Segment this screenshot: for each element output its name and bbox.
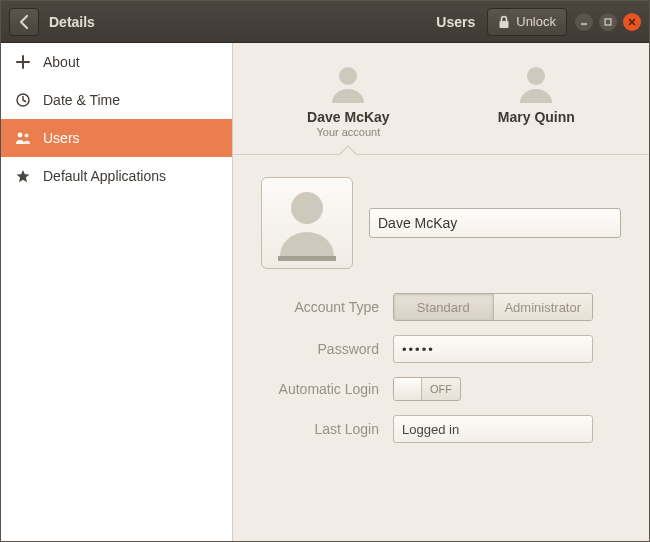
selected-pointer-icon [338, 145, 358, 155]
sidebar-item-label: Users [43, 130, 80, 146]
seg-administrator[interactable]: Administrator [493, 294, 593, 320]
titlebar: Details Users Unlock [1, 1, 649, 43]
switch-state: OFF [422, 378, 460, 400]
user-name-label: Mary Quinn [498, 109, 575, 125]
svg-rect-0 [500, 21, 509, 28]
avatar-icon [514, 61, 558, 105]
plus-icon [15, 55, 31, 69]
titlebar-section: Users [436, 14, 475, 30]
main-panel: Dave McKay Your account Mary Quinn [233, 43, 649, 541]
sidebar-item-default-apps[interactable]: Default Applications [1, 157, 232, 195]
sidebar-item-label: Default Applications [43, 168, 166, 184]
lock-icon [498, 15, 510, 29]
sidebar-item-users[interactable]: Users [1, 119, 232, 157]
maximize-button[interactable] [599, 13, 617, 31]
sidebar-item-label: About [43, 54, 80, 70]
page-title: Details [49, 14, 95, 30]
account-type-label: Account Type [233, 299, 393, 315]
svg-point-6 [18, 133, 23, 138]
minimize-button[interactable] [575, 13, 593, 31]
svg-rect-2 [605, 19, 611, 25]
user-name-label: Dave McKay [307, 109, 390, 125]
user-form: Account Type Standard Administrator Pass… [233, 155, 649, 443]
user-selector-row: Dave McKay Your account Mary Quinn [233, 61, 649, 138]
seg-standard[interactable]: Standard [394, 294, 493, 320]
svg-point-9 [527, 67, 545, 85]
last-login-label: Last Login [233, 421, 393, 437]
password-label: Password [233, 341, 393, 357]
avatar-button[interactable] [261, 177, 353, 269]
switch-knob [394, 378, 422, 400]
avatar-icon [326, 61, 370, 105]
last-login-value[interactable]: Logged in [393, 415, 593, 443]
sidebar-item-label: Date & Time [43, 92, 120, 108]
sidebar: About Date & Time Users Default Applicat… [1, 43, 233, 541]
user-subtitle: Your account [307, 126, 390, 138]
svg-point-10 [291, 192, 323, 224]
unlock-label: Unlock [516, 14, 556, 29]
password-field[interactable]: ••••• [393, 335, 593, 363]
clock-icon [15, 93, 31, 107]
account-type-segmented[interactable]: Standard Administrator [393, 293, 593, 321]
users-icon [15, 131, 31, 145]
user-cell-1[interactable]: Mary Quinn [498, 61, 575, 138]
svg-point-7 [25, 134, 29, 138]
user-cell-0[interactable]: Dave McKay Your account [307, 61, 390, 138]
full-name-input[interactable] [369, 208, 621, 238]
unlock-button[interactable]: Unlock [487, 8, 567, 36]
sidebar-item-datetime[interactable]: Date & Time [1, 81, 232, 119]
sidebar-item-about[interactable]: About [1, 43, 232, 81]
auto-login-label: Automatic Login [233, 381, 393, 397]
close-button[interactable] [623, 13, 641, 31]
svg-point-8 [339, 67, 357, 85]
svg-rect-11 [278, 256, 336, 261]
window-controls [575, 13, 641, 31]
star-icon [15, 169, 31, 183]
back-button[interactable] [9, 8, 39, 36]
auto-login-switch[interactable]: OFF [393, 377, 461, 401]
